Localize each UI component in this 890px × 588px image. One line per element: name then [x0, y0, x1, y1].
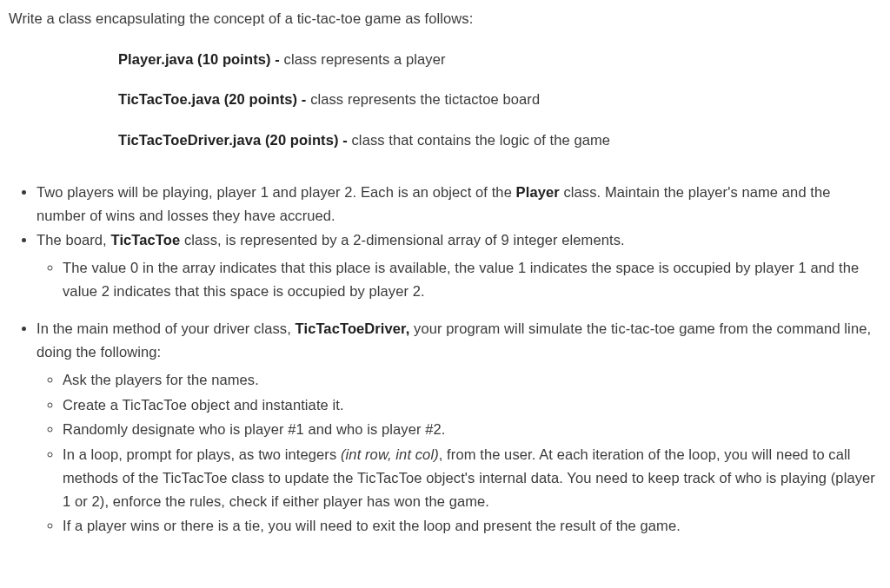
bold-text: TicTacToe: [111, 232, 181, 248]
list-item: The value 0 in the array indicates that …: [63, 255, 881, 303]
list-item: Create a TicTacToe object and instantiat…: [63, 393, 881, 418]
list-item: Two players will be playing, player 1 an…: [37, 180, 881, 228]
spacer: [9, 307, 881, 316]
text: In the main method of your driver class,: [37, 320, 296, 336]
list-item: Ask the players for the names.: [63, 367, 881, 393]
bold-text: TicTacToeDriver,: [296, 320, 410, 336]
file-title: Player.java (10 points) -: [118, 51, 284, 67]
file-list: Player.java (10 points) - class represen…: [9, 39, 881, 161]
text: If a player wins or there is a tie, you …: [63, 518, 681, 533]
file-title: TicTacToe.java (20 points) -: [118, 91, 310, 107]
italic-text: (int row, int col): [341, 446, 439, 462]
file-item: TicTacToe.java (20 points) - class repre…: [118, 79, 881, 120]
list-item: In a loop, prompt for plays, as two inte…: [63, 442, 881, 513]
text: Create a TicTacToe object and instantiat…: [63, 397, 344, 413]
file-title: TicTacToeDriver.java (20 points) -: [118, 132, 352, 148]
file-desc: class represents a player: [284, 51, 446, 67]
text: Two players will be playing, player 1 an…: [37, 184, 516, 200]
file-item: TicTacToeDriver.java (20 points) - class…: [118, 120, 881, 161]
list-item: If a player wins or there is a tie, you …: [63, 513, 881, 538]
text: The value 0 in the array indicates that …: [63, 260, 859, 299]
text: Randomly designate who is player #1 and …: [63, 421, 445, 437]
list-item: Randomly designate who is player #1 and …: [63, 417, 881, 442]
requirements-list: Two players will be playing, player 1 an…: [9, 180, 881, 308]
text: In a loop, prompt for plays, as two inte…: [63, 446, 341, 462]
file-desc: class that contains the logic of the gam…: [352, 132, 611, 148]
intro-text: Write a class encapsulating the concept …: [9, 7, 881, 30]
list-item: In the main method of your driver class,…: [37, 316, 881, 542]
sub-list: The value 0 in the array indicates that …: [37, 255, 881, 303]
requirements-list-2: In the main method of your driver class,…: [9, 316, 881, 542]
file-desc: class represents the tictactoe board: [310, 91, 540, 107]
sub-list: Ask the players for the names. Create a …: [37, 367, 881, 538]
text: The board,: [37, 232, 111, 248]
bold-text: Player: [516, 184, 560, 200]
text: class, is represented by a 2-dimensional…: [180, 232, 624, 248]
text: Ask the players for the names.: [63, 372, 259, 387]
document-page: Write a class encapsulating the concept …: [0, 0, 890, 588]
file-item: Player.java (10 points) - class represen…: [118, 39, 881, 80]
list-item: The board, TicTacToe class, is represent…: [37, 228, 881, 307]
